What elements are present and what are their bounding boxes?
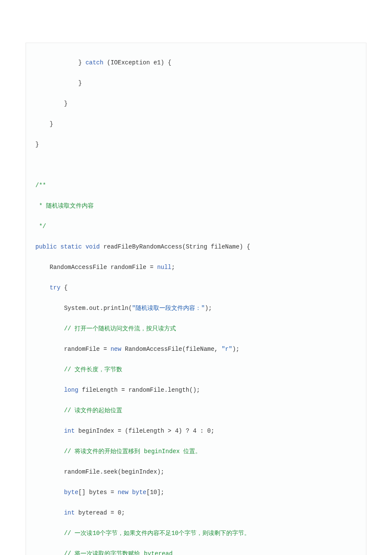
code-line: int byteread = 0; bbox=[26, 508, 366, 518]
code-line: * 随机读取文件内容 bbox=[26, 201, 366, 211]
code-line: // 将一次读取的字节数赋给 byteread bbox=[26, 549, 366, 555]
code-line: /** bbox=[26, 180, 366, 191]
code-block: } catch (IOException e1) { } } } } /** *… bbox=[26, 43, 366, 555]
code-line: System.out.println("随机读取一段文件内容："); bbox=[26, 303, 366, 313]
code-line: // 读文件的起始位置 bbox=[26, 405, 366, 416]
code-line: } bbox=[26, 98, 366, 109]
code-line: */ bbox=[26, 221, 366, 231]
code-line: randomFile.seek(beginIndex); bbox=[26, 467, 366, 477]
code-line: randomFile = new RandomAccessFile(fileNa… bbox=[26, 344, 366, 354]
code-line: try { bbox=[26, 283, 366, 293]
code-line: public static void readFileByRandomAcces… bbox=[26, 242, 366, 252]
code-line: } bbox=[26, 119, 366, 129]
code-line: byte[] bytes = new byte[10]; bbox=[26, 487, 366, 497]
code-line: // 一次读10个字节，如果文件内容不足10个字节，则读剩下的字节。 bbox=[26, 528, 366, 538]
code-line: RandomAccessFile randomFile = null; bbox=[26, 262, 366, 272]
code-line: } catch (IOException e1) { bbox=[26, 58, 366, 68]
code-line: } bbox=[26, 139, 366, 150]
code-line: // 文件长度，字节数 bbox=[26, 364, 366, 375]
code-line bbox=[26, 160, 366, 170]
code-line: } bbox=[26, 78, 366, 88]
code-line: long fileLength = randomFile.length(); bbox=[26, 385, 366, 395]
code-line: int beginIndex = (fileLength > 4) ? 4 : … bbox=[26, 426, 366, 436]
code-line: // 将读文件的开始位置移到 beginIndex 位置。 bbox=[26, 446, 366, 457]
code-line: // 打开一个随机访问文件流，按只读方式 bbox=[26, 324, 366, 334]
